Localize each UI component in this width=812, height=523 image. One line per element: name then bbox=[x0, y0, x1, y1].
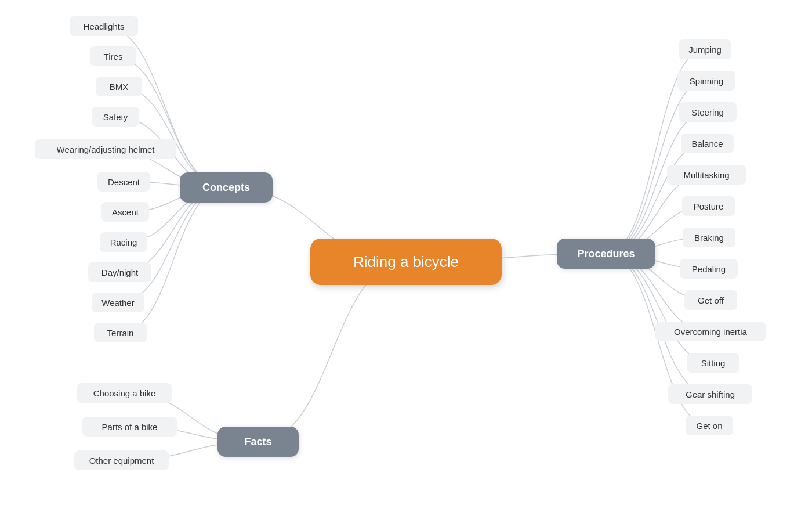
overcoming-inertia-leaf-node[interactable]: Overcoming inertia bbox=[655, 322, 766, 341]
gear-shifting-leaf-node[interactable]: Gear shifting bbox=[668, 384, 752, 404]
terrain-leaf-node[interactable]: Terrain bbox=[94, 323, 147, 342]
ascent-leaf-node[interactable]: Ascent bbox=[102, 202, 149, 222]
sitting-leaf-node[interactable]: Sitting bbox=[687, 353, 740, 373]
day-night-leaf-node[interactable]: Day/night bbox=[88, 262, 151, 282]
bmx-leaf-node[interactable]: BMX bbox=[96, 77, 142, 96]
braking-leaf-node[interactable]: Braking bbox=[683, 228, 735, 247]
tires-leaf-node[interactable]: Tires bbox=[90, 46, 136, 66]
get-on-leaf-node[interactable]: Get on bbox=[686, 416, 733, 435]
facts-branch-node[interactable]: Facts bbox=[217, 427, 299, 457]
racing-leaf-node[interactable]: Racing bbox=[100, 232, 147, 252]
weather-leaf-node[interactable]: Weather bbox=[92, 293, 144, 312]
headlights-leaf-node[interactable]: Headlights bbox=[70, 16, 138, 36]
mindmap-canvas: Riding a bicycleConceptsHeadlightsTiresB… bbox=[0, 0, 812, 523]
wearing-adjusting-helmet-leaf-node[interactable]: Wearing/adjusting helmet bbox=[35, 139, 176, 159]
concepts-branch-node[interactable]: Concepts bbox=[180, 172, 273, 203]
choosing-a-bike-leaf-node[interactable]: Choosing a bike bbox=[77, 383, 172, 403]
parts-of-a-bike-leaf-node[interactable]: Parts of a bike bbox=[82, 417, 177, 437]
balance-leaf-node[interactable]: Balance bbox=[681, 134, 734, 153]
steering-leaf-node[interactable]: Steering bbox=[679, 102, 737, 122]
pedaling-leaf-node[interactable]: Pedaling bbox=[680, 259, 738, 279]
posture-leaf-node[interactable]: Posture bbox=[682, 196, 735, 216]
procedures-branch-node[interactable]: Procedures bbox=[557, 239, 655, 269]
multitasking-leaf-node[interactable]: Multitasking bbox=[667, 165, 746, 185]
descent-leaf-node[interactable]: Descent bbox=[97, 172, 150, 192]
other-equipment-leaf-node[interactable]: Other equipment bbox=[74, 450, 169, 470]
jumping-leaf-node[interactable]: Jumping bbox=[679, 39, 731, 59]
spinning-leaf-node[interactable]: Spinning bbox=[677, 71, 735, 91]
get-off-leaf-node[interactable]: Get off bbox=[684, 290, 737, 310]
central-node[interactable]: Riding a bicycle bbox=[310, 239, 502, 285]
safety-leaf-node[interactable]: Safety bbox=[92, 107, 139, 127]
